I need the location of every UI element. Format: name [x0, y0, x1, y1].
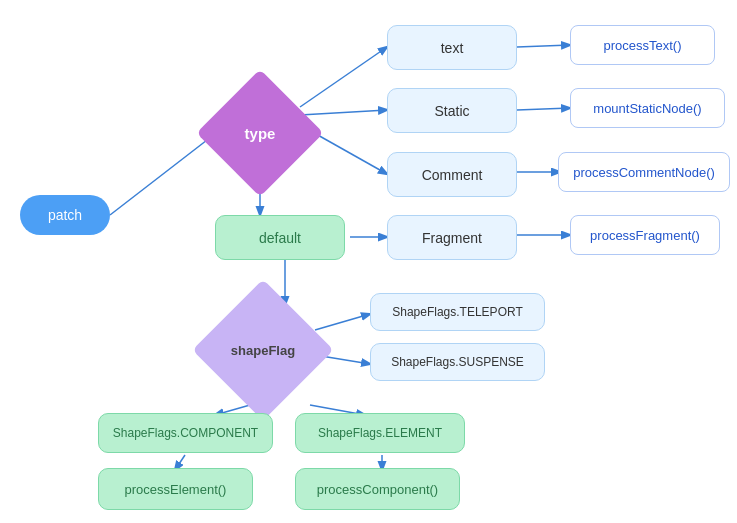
svg-line-2	[300, 110, 387, 115]
process-comment-label: processCommentNode()	[573, 165, 715, 180]
fragment-node: Fragment	[387, 215, 517, 260]
svg-line-7	[517, 108, 570, 110]
shape-flag-diamond-container: shapeFlag	[213, 300, 313, 400]
shape-flag-diamond-label: shapeFlag	[213, 300, 313, 400]
process-fragment-label: processFragment()	[590, 228, 700, 243]
svg-line-0	[110, 130, 220, 215]
type-diamond-label: type	[215, 88, 305, 178]
comment-node: Comment	[387, 152, 517, 197]
suspense-node: ShapeFlags.SUSPENSE	[370, 343, 545, 381]
component-node: ShapeFlags.COMPONENT	[98, 413, 273, 453]
comment-label: Comment	[422, 167, 483, 183]
patch-label: patch	[48, 207, 82, 223]
suspense-label: ShapeFlags.SUSPENSE	[391, 355, 524, 369]
element-label: ShapeFlags.ELEMENT	[318, 426, 442, 440]
static-label: Static	[434, 103, 469, 119]
svg-line-11	[315, 314, 370, 330]
process-component-node: processComponent()	[295, 468, 460, 510]
process-element-node: processElement()	[98, 468, 253, 510]
svg-line-1	[300, 47, 387, 107]
patch-node: patch	[20, 195, 110, 235]
component-label: ShapeFlags.COMPONENT	[113, 426, 258, 440]
text-node: text	[387, 25, 517, 70]
teleport-node: ShapeFlags.TELEPORT	[370, 293, 545, 331]
flowchart-diagram: patch type default text Static Comment F…	[0, 0, 737, 523]
type-diamond-container: type	[215, 88, 305, 178]
process-component-label: processComponent()	[317, 482, 438, 497]
default-node: default	[215, 215, 345, 260]
teleport-label: ShapeFlags.TELEPORT	[392, 305, 523, 319]
svg-line-6	[517, 45, 570, 47]
element-node: ShapeFlags.ELEMENT	[295, 413, 465, 453]
process-text-node: processText()	[570, 25, 715, 65]
default-label: default	[259, 230, 301, 246]
static-node: Static	[387, 88, 517, 133]
process-fragment-node: processFragment()	[570, 215, 720, 255]
process-text-label: processText()	[603, 38, 681, 53]
mount-static-node: mountStaticNode()	[570, 88, 725, 128]
text-label: text	[441, 40, 464, 56]
fragment-label: Fragment	[422, 230, 482, 246]
process-element-label: processElement()	[125, 482, 227, 497]
process-comment-node: processCommentNode()	[558, 152, 730, 192]
mount-static-label: mountStaticNode()	[593, 101, 701, 116]
